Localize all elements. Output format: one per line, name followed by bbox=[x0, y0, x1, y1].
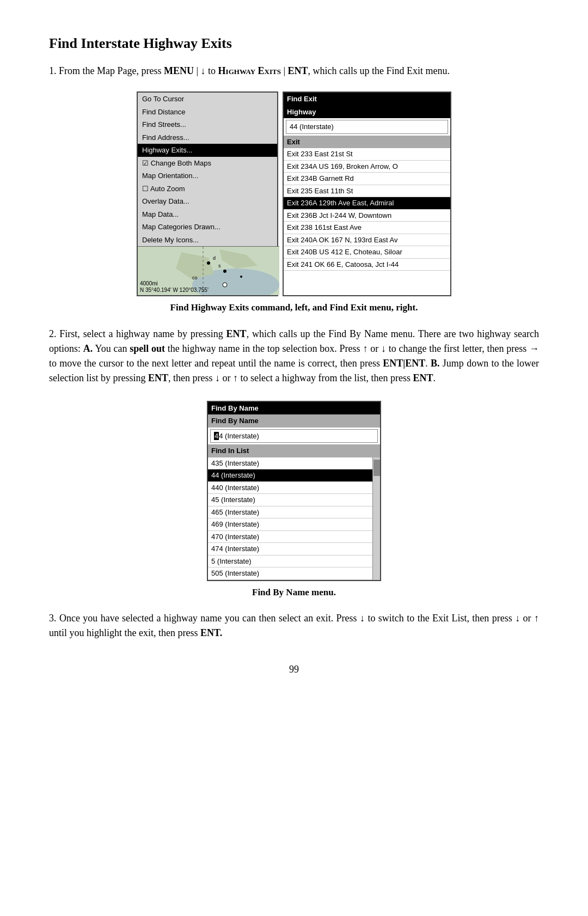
menu-item-find-distance: Find Distance bbox=[138, 106, 277, 119]
map-coords-label: N 35°40.194' W 120°03.755' bbox=[140, 286, 209, 294]
figure-1-container: Go To Cursor Find Distance Find Streets.… bbox=[49, 91, 539, 296]
menu-item-map-categories: Map Categories Drawn... bbox=[138, 221, 277, 234]
right-panel-title: Find Exit bbox=[284, 93, 450, 106]
fbn-item-5: 469 (Interstate) bbox=[208, 518, 372, 531]
menu-item-map-data: Map Data... bbox=[138, 208, 277, 221]
exit-item-0: Exit 233 East 21st St bbox=[284, 148, 450, 161]
fbn-item-2: 440 (Interstate) bbox=[208, 482, 372, 494]
paragraph-2: 2. First, select a highway name by press… bbox=[49, 327, 539, 386]
menu-item-overlay-data: Overlay Data... bbox=[138, 195, 277, 208]
fbn-item-8: 5 (Interstate) bbox=[208, 555, 372, 568]
para1-bold1: MENU bbox=[164, 65, 194, 76]
fbn-label1: Find By Name bbox=[208, 414, 380, 428]
menu-item-change-both-maps: Change Both Maps bbox=[138, 157, 277, 170]
para2-optA: A. bbox=[83, 343, 93, 354]
map-preview: d s • co 4000mi N 35°40.194' W 120°03.75… bbox=[138, 246, 279, 295]
para2-ent1: ENT bbox=[226, 328, 247, 339]
menu-item-find-address: Find Address... bbox=[138, 131, 277, 144]
para1-bold2: Highway Exits bbox=[218, 65, 281, 76]
right-exit-panel: Find Exit Highway 44 (Interstate) Exit E… bbox=[283, 91, 451, 296]
menu-item-map-orientation: Map Orientation... bbox=[138, 169, 277, 182]
figure-2-container: Find By Name Find By Name 44 (Interstate… bbox=[49, 401, 539, 581]
cursor-char: 4 bbox=[214, 432, 219, 440]
exit-item-2: Exit 234B Garnett Rd bbox=[284, 173, 450, 185]
page-title: Find Interstate Highway Exits bbox=[49, 33, 539, 54]
figure-2-caption: Find By Name menu. bbox=[49, 585, 539, 600]
page-number: 99 bbox=[49, 662, 539, 677]
fbn-panel: Find By Name Find By Name 44 (Interstate… bbox=[207, 401, 381, 581]
fbn-title: Find By Name bbox=[208, 402, 380, 415]
exit-item-7: Exit 240A OK 167 N, 193rd East Av bbox=[284, 234, 450, 247]
menu-item-highway-exits: Highway Exits... bbox=[138, 144, 277, 157]
para1-mid1: | ↓ to bbox=[194, 65, 218, 76]
menu-item-auto-zoom: Auto Zoom bbox=[138, 182, 277, 196]
svg-text:•: • bbox=[224, 269, 225, 274]
fbn-input-value: 44 (Interstate) bbox=[210, 429, 378, 443]
exit-item-5: Exit 236B Jct I-244 W, Downtown bbox=[284, 210, 450, 222]
exit-item-8: Exit 240B US 412 E, Choteau, Siloar bbox=[284, 246, 450, 259]
fbn-item-3: 45 (Interstate) bbox=[208, 494, 372, 506]
fbn-item-6: 470 (Interstate) bbox=[208, 531, 372, 544]
svg-text:co: co bbox=[192, 275, 198, 280]
fbn-label2: Find In List bbox=[208, 444, 380, 457]
svg-point-11 bbox=[223, 283, 227, 287]
para2-optB: B. bbox=[431, 358, 440, 369]
left-menu-panel: Go To Cursor Find Distance Find Streets.… bbox=[137, 91, 278, 296]
svg-point-12 bbox=[240, 276, 242, 278]
para2-ent2: ENT bbox=[148, 372, 168, 383]
para1-after: , which calls up the Find Exit menu. bbox=[308, 65, 450, 76]
fbn-item-1: 44 (Interstate) bbox=[208, 469, 372, 482]
right-panel-subtitle: Highway bbox=[284, 106, 450, 119]
para1-bold3: ENT bbox=[287, 65, 308, 76]
fbn-scrollbar bbox=[372, 457, 380, 580]
right-panel-highway-value: 44 (Interstate) bbox=[286, 120, 448, 134]
exit-item-1: Exit 234A US 169, Broken Arrow, O bbox=[284, 161, 450, 173]
para2-spell-out: spell out bbox=[130, 343, 165, 354]
svg-point-5 bbox=[207, 261, 210, 265]
fbn-list-scroll-area: 435 (Interstate) 44 (Interstate) 440 (In… bbox=[208, 457, 380, 580]
menu-item-find-streets: Find Streets... bbox=[138, 118, 277, 131]
fbn-item-0: 435 (Interstate) bbox=[208, 457, 372, 470]
paragraph-3: 3. Once you have selected a highway name… bbox=[49, 611, 539, 640]
exit-list: Exit 233 East 21st St Exit 234A US 169, … bbox=[284, 148, 450, 271]
para2-or: or bbox=[222, 372, 230, 383]
fbn-value-rest: 4 (Interstate) bbox=[219, 432, 259, 440]
fbn-item-7: 474 (Interstate) bbox=[208, 543, 372, 555]
menu-item-goto-cursor: Go To Cursor bbox=[138, 93, 277, 106]
fbn-item-9: 505 (Interstate) bbox=[208, 567, 372, 580]
figure-1-caption: Find Highway Exits command, left, and Fi… bbox=[49, 301, 539, 315]
exit-item-9: Exit 241 OK 66 E, Catoosa, Jct I-44 bbox=[284, 259, 450, 271]
fbn-item-4: 465 (Interstate) bbox=[208, 506, 372, 519]
exit-item-3: Exit 235 East 11th St bbox=[284, 185, 450, 198]
exit-item-4: Exit 236A 129th Ave East, Admiral bbox=[284, 197, 450, 210]
fbn-scrollbar-thumb bbox=[373, 460, 380, 476]
svg-text:s: s bbox=[218, 263, 221, 268]
para3-ent: ENT. bbox=[200, 627, 222, 638]
paragraph-1: 1. From the Map Page, press MENU | ↓ to … bbox=[49, 64, 539, 78]
menu-item-delete-icons: Delete My Icons... bbox=[138, 234, 277, 247]
para2-ent3: ENT bbox=[413, 372, 433, 383]
para1-text1: 1. From the Map Page, press bbox=[49, 65, 164, 76]
para2-ent-ent: ENT|ENT bbox=[383, 358, 425, 369]
fbn-list: 435 (Interstate) 44 (Interstate) 440 (In… bbox=[208, 457, 372, 580]
para1-sep: | bbox=[281, 65, 288, 76]
svg-text:d: d bbox=[213, 255, 216, 261]
para3-text: 3. Once you have selected a highway name… bbox=[49, 613, 539, 638]
right-panel-section-label: Exit bbox=[284, 136, 450, 149]
exit-item-6: Exit 238 161st East Ave bbox=[284, 222, 450, 234]
